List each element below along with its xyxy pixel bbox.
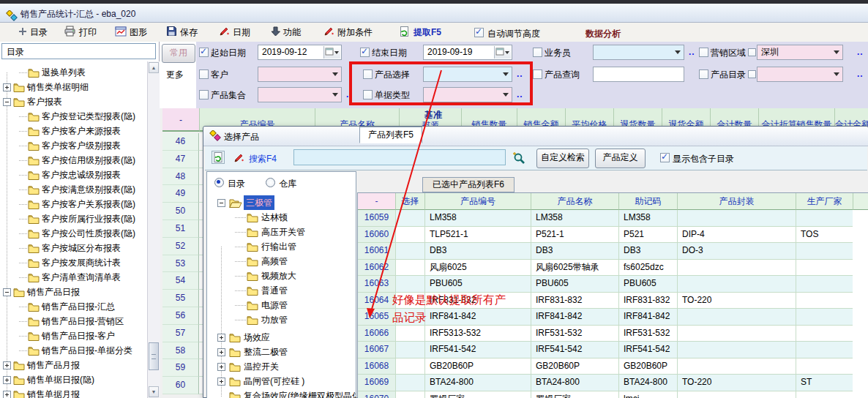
table-cell[interactable]: [677, 391, 796, 398]
table-cell[interactable]: [796, 243, 853, 260]
bg-table-corner[interactable]: -: [162, 108, 199, 132]
catalog-button[interactable]: 目录: [16, 24, 50, 40]
bg-row-number[interactable]: 46: [162, 133, 199, 151]
bg-row-number[interactable]: 57: [162, 325, 199, 342]
product-catalog-combo[interactable]: [757, 67, 843, 82]
table-cell[interactable]: DB3: [424, 243, 531, 260]
row-id-cell[interactable]: 16062: [358, 260, 395, 277]
bg-row-number[interactable]: 56: [162, 307, 199, 325]
table-cell[interactable]: IRF531-532: [618, 326, 677, 342]
table-cell[interactable]: [395, 276, 424, 293]
table-cell[interactable]: 风扇6025带轴承: [531, 260, 618, 277]
table-cell[interactable]: [796, 391, 853, 398]
bg-row-number[interactable]: 58: [162, 342, 199, 360]
auto-height-checkbox[interactable]: [474, 28, 484, 37]
table-cell[interactable]: TOS: [796, 227, 853, 244]
table-cell[interactable]: PBU605: [531, 276, 618, 293]
collapse-icon[interactable]: [217, 199, 225, 207]
row-id-cell[interactable]: 16064: [358, 293, 395, 309]
show-subdir-checkbox[interactable]: [660, 153, 670, 162]
table-cell[interactable]: P521: [618, 227, 677, 244]
row-id-cell[interactable]: 16065: [358, 309, 395, 326]
row-id-cell[interactable]: 16061: [358, 243, 395, 260]
scrollbar-thumb[interactable]: [149, 342, 159, 370]
table-cell[interactable]: [677, 342, 796, 358]
table-cell[interactable]: [796, 358, 853, 375]
tab-selected-product-list[interactable]: 已选中产品列表F6: [422, 177, 515, 192]
salesman-checkbox[interactable]: [533, 48, 542, 57]
table-cell[interactable]: [395, 391, 424, 398]
table-cell[interactable]: BTA24-800: [618, 375, 677, 391]
table-cell[interactable]: IRF841-842: [618, 309, 677, 326]
salesman-more-link[interactable]: ..: [689, 47, 695, 57]
product-catalog-more-link[interactable]: ..: [857, 69, 864, 79]
date-button[interactable]: 日期: [216, 24, 252, 40]
data-analysis-button[interactable]: 数据分析: [585, 28, 621, 40]
table-cell[interactable]: [796, 260, 853, 277]
scroll-down-icon[interactable]: ▼: [149, 386, 159, 397]
row-id-cell[interactable]: 16070: [358, 391, 395, 398]
product-set-more-link[interactable]: ..: [346, 89, 353, 100]
expand-icon[interactable]: [3, 391, 11, 398]
product-define-button[interactable]: 产品定义: [595, 149, 646, 168]
table-cell[interactable]: TLP521-1: [424, 227, 531, 244]
bg-row-number[interactable]: 53: [162, 255, 199, 273]
expand-icon[interactable]: [217, 363, 225, 371]
product-catalog-lock-checkbox[interactable]: [748, 70, 756, 78]
table-cell[interactable]: [395, 309, 424, 326]
region-checkbox[interactable]: [699, 48, 708, 57]
product-catalog-checkbox[interactable]: [699, 70, 708, 79]
table-cell[interactable]: [677, 326, 796, 342]
row-id-cell[interactable]: 16066: [358, 326, 395, 342]
row-id-cell[interactable]: 16059: [358, 210, 395, 227]
table-cell[interactable]: BTA24-800: [424, 375, 531, 391]
custom-search-button[interactable]: 自定义检索: [536, 149, 589, 168]
collapse-icon[interactable]: [3, 288, 11, 296]
doc-type-more-link[interactable]: ..: [517, 89, 523, 100]
bg-row-number[interactable]: 59: [162, 359, 199, 377]
table-cell[interactable]: lmcj: [618, 391, 677, 398]
print-button[interactable]: 打印: [61, 24, 99, 40]
table-cell[interactable]: GB20B60P: [618, 358, 677, 375]
table-cell[interactable]: [796, 326, 853, 342]
table-cell[interactable]: [395, 358, 424, 375]
table-cell[interactable]: IRF831-832: [424, 293, 531, 309]
collapse-icon[interactable]: [3, 98, 11, 106]
row-id-cell[interactable]: 16060: [358, 227, 395, 244]
more-filters-button[interactable]: 更多: [166, 69, 184, 81]
product-select-more-link[interactable]: ..: [517, 69, 523, 79]
expand-icon[interactable]: [217, 348, 225, 356]
expand-icon[interactable]: [217, 334, 225, 342]
table-cell[interactable]: [677, 358, 796, 375]
save-button[interactable]: 保存: [164, 24, 200, 40]
bg-row-number[interactable]: 51: [162, 220, 199, 238]
table-cell[interactable]: PBU605: [618, 276, 677, 293]
region-combo[interactable]: 深圳: [757, 45, 843, 60]
table-cell[interactable]: [395, 210, 424, 227]
bg-row-number[interactable]: 47: [162, 151, 199, 168]
table-cell[interactable]: P521-1: [531, 227, 618, 244]
row-id-cell[interactable]: 16068: [358, 358, 395, 375]
table-cell[interactable]: [395, 227, 424, 244]
chevron-down-icon[interactable]: [332, 93, 338, 97]
table-cell[interactable]: [677, 276, 796, 293]
table-cell[interactable]: BTA24-800: [531, 375, 618, 391]
expand-icon[interactable]: [217, 378, 225, 386]
region-more-link[interactable]: ..: [857, 47, 864, 57]
table-cell[interactable]: TO-220: [677, 375, 796, 391]
table-cell[interactable]: 风扇6025: [424, 260, 531, 277]
table-cell[interactable]: [395, 375, 424, 391]
expand-icon[interactable]: [3, 376, 11, 384]
column-header[interactable]: 生产厂家: [796, 193, 853, 210]
table-cell[interactable]: PBU605: [424, 276, 531, 293]
magnifier-icon[interactable]: [512, 151, 525, 167]
table-cell[interactable]: GB20B60P: [531, 358, 618, 375]
table-cell[interactable]: IRF831-832: [531, 293, 618, 309]
bg-row-number[interactable]: 60: [162, 377, 199, 394]
table-cell[interactable]: [395, 326, 424, 342]
table-cell[interactable]: [677, 210, 796, 227]
table-cell[interactable]: LM358: [531, 210, 618, 227]
bg-row-number[interactable]: 50: [162, 203, 199, 220]
end-date-input[interactable]: 2019-09-19: [423, 45, 512, 60]
table-cell[interactable]: IRF541-542: [424, 342, 531, 358]
